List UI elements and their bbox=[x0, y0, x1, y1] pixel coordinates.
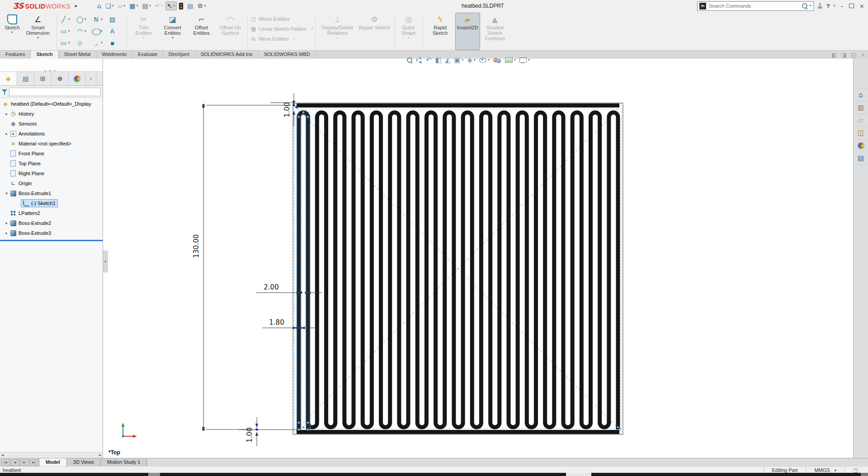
zoom-to-fit-button[interactable] bbox=[405, 56, 415, 64]
hide-show-items-button[interactable]: ▾ bbox=[477, 57, 491, 64]
bottom-tab-motion-study-1[interactable]: Motion Study 1 bbox=[100, 458, 147, 467]
status-units[interactable]: MMGS ▴ bbox=[806, 467, 844, 473]
rapid-sketch-button[interactable]: ϟRapid Sketch bbox=[425, 13, 455, 50]
smart-dimension-button[interactable]: ∠Smart Dimension▾ bbox=[22, 13, 54, 50]
tree-item-front-plane[interactable]: Front Plane bbox=[0, 149, 103, 159]
dropdown-icon[interactable]: ▾ bbox=[173, 4, 175, 8]
units-dropdown-icon[interactable]: ▴ bbox=[835, 468, 836, 472]
scroll-left-icon[interactable]: ◄ bbox=[1, 453, 4, 457]
search-scope-icon[interactable]: ≫ bbox=[699, 3, 706, 9]
dropdown-icon[interactable]: ▾ bbox=[123, 4, 125, 8]
tab-solidworks-add-ins[interactable]: SOLIDWORKS Add-Ins bbox=[195, 51, 259, 59]
login-user-icon[interactable] bbox=[817, 3, 823, 9]
tree-item-sensors[interactable]: ◉Sensors bbox=[0, 119, 103, 129]
design-library-taskpane-button[interactable]: ▥ bbox=[854, 102, 868, 114]
tab-evaluate[interactable]: Evaluate bbox=[132, 51, 163, 59]
instant2d-button[interactable]: ▰Instant2D bbox=[455, 13, 480, 50]
dropdown-icon[interactable]: ▾ bbox=[462, 58, 464, 62]
panel-tab-featuremanager-tree[interactable]: ◆ bbox=[0, 72, 17, 85]
tree-item-annotations[interactable]: ▸AAnnotations bbox=[0, 129, 103, 139]
panel-top-splitter[interactable]: ● ● ● bbox=[0, 59, 103, 72]
dropdown-icon[interactable]: ▾ bbox=[37, 36, 39, 41]
dropdown-icon[interactable]: ▾ bbox=[143, 36, 145, 41]
dropdown-icon[interactable]: ▾ bbox=[11, 31, 13, 35]
open-button[interactable]: ▱▾ bbox=[116, 1, 127, 10]
restore-document-icon[interactable]: ◱ bbox=[851, 52, 856, 58]
tab-sheet-metal[interactable]: Sheet Metal bbox=[59, 51, 97, 59]
tab-sketch[interactable]: Sketch bbox=[31, 51, 58, 59]
dropdown-icon[interactable]: ▾ bbox=[68, 41, 70, 45]
dropdown-icon[interactable]: ▾ bbox=[408, 36, 410, 41]
tag-icon[interactable]: ◳ bbox=[853, 467, 858, 473]
arc-tool[interactable]: ◠▾ bbox=[75, 28, 92, 34]
text-tool[interactable]: A bbox=[108, 28, 124, 34]
dropdown-icon[interactable]: ▾ bbox=[172, 36, 174, 41]
search-icon[interactable] bbox=[802, 3, 808, 9]
dropdown-icon[interactable]: ▾ bbox=[85, 18, 86, 21]
dropdown-icon[interactable]: ▾ bbox=[204, 4, 206, 8]
tree-item-lpattern2[interactable]: LPattern2 bbox=[0, 208, 103, 218]
tab-weldments[interactable]: Weldments bbox=[96, 51, 132, 59]
tree-item-heatbed-default-default-display[interactable]: ◆heatbed (Default<<Default>_Display bbox=[0, 99, 103, 109]
bottom-tab-3d-views[interactable]: 3D Views bbox=[66, 458, 101, 467]
zoom-to-area-button[interactable] bbox=[415, 56, 424, 64]
minimize-button[interactable]: – bbox=[839, 3, 846, 9]
dropdown-icon[interactable]: ▾ bbox=[101, 18, 103, 21]
close-button[interactable]: × bbox=[858, 3, 866, 9]
viewport-pane-right-icon[interactable]: ◨ bbox=[841, 52, 846, 58]
search-input[interactable] bbox=[708, 3, 800, 9]
tab-solidworks-mbd[interactable]: SOLIDWORKS MBD bbox=[259, 51, 316, 59]
tree-item-boss-extrude2[interactable]: ▸Boss-Extrude2 bbox=[0, 218, 103, 228]
fillet-tool[interactable]: ◞▾ bbox=[92, 40, 108, 46]
convert-entities-button[interactable]: ◪Convert Entities▾ bbox=[158, 13, 187, 50]
search-commands-box[interactable]: ≫ ▾ bbox=[697, 1, 814, 11]
view-palette-taskpane-button[interactable]: ◫ bbox=[854, 127, 868, 140]
dropdown-icon[interactable]: ▾ bbox=[336, 36, 338, 41]
panel-tab-configurationmanager[interactable]: ⊞ bbox=[34, 72, 52, 85]
tree-filter-input[interactable] bbox=[9, 88, 101, 96]
rollback-bar[interactable] bbox=[0, 240, 103, 241]
dimension-2-00[interactable]: 2.00 bbox=[256, 283, 322, 294]
dropdown-icon[interactable]: ▾ bbox=[161, 4, 163, 8]
dropdown-icon[interactable]: ▾ bbox=[101, 41, 103, 45]
dimension-1-00-bottom[interactable]: 1.00 bbox=[239, 417, 297, 446]
previous-view-button[interactable]: ↶ bbox=[424, 56, 434, 65]
file-explorer-taskpane-button[interactable]: ▱ bbox=[854, 114, 868, 127]
dropdown-icon[interactable]: ▾ bbox=[488, 58, 490, 62]
taskbar-corner[interactable] bbox=[861, 473, 868, 476]
apply-scene-button[interactable]: ▾ bbox=[503, 56, 518, 64]
viewport-pane-left-icon[interactable]: ◧ bbox=[832, 52, 837, 58]
last-sheet-button[interactable]: ►| bbox=[29, 459, 38, 466]
expand-arrow-icon[interactable]: ▸ bbox=[4, 221, 9, 225]
tree-item-sketch1[interactable]: (-) Sketch1 bbox=[0, 198, 103, 208]
close-document-icon[interactable]: × bbox=[861, 52, 865, 58]
previous-sheet-button[interactable]: ◄ bbox=[10, 459, 19, 466]
next-sheet-button[interactable]: ► bbox=[20, 459, 29, 466]
menu-flyout-icon[interactable]: ▸ bbox=[75, 4, 77, 8]
corner-rectangle-tool[interactable]: ▭▾ bbox=[59, 28, 75, 34]
expand-arrow-icon[interactable]: ▸ bbox=[4, 112, 9, 116]
ellipse-tool[interactable]: ◯▾ bbox=[92, 28, 108, 34]
scroll-right-icon[interactable]: ► bbox=[99, 453, 102, 457]
polygon-tool[interactable]: ◇ bbox=[75, 40, 92, 46]
dropdown-icon[interactable]: ▾ bbox=[137, 4, 138, 8]
spline-tool[interactable]: N▾ bbox=[92, 16, 108, 23]
dynamic-annotation-views-button[interactable]: ◭ bbox=[443, 56, 453, 65]
edit-appearance-button[interactable] bbox=[491, 56, 503, 64]
expand-arrow-icon[interactable]: ▸ bbox=[4, 132, 9, 136]
panel-tab-expand-pane[interactable]: › bbox=[86, 72, 96, 85]
sketch-button[interactable]: Sketch▾ bbox=[3, 13, 22, 50]
custom-properties-taskpane-button[interactable]: ▤ bbox=[854, 152, 868, 165]
panel-scrollbar[interactable]: ◄ ► bbox=[0, 452, 103, 458]
tree-item-material-not-specified[interactable]: ≡Material <not specified> bbox=[0, 139, 103, 149]
circle-tool[interactable]: ◯▾ bbox=[75, 16, 92, 23]
straight-slot-tool[interactable]: ▭▾ bbox=[59, 40, 75, 46]
help-dropdown-icon[interactable]: ▾ bbox=[834, 4, 835, 8]
display-style-button[interactable]: ◈▾ bbox=[466, 56, 478, 65]
sketch-picture-tool[interactable]: ▨ bbox=[108, 16, 124, 23]
new-document-button[interactable]: ❏▾ bbox=[104, 1, 116, 10]
file-properties-button[interactable]: ▤ bbox=[185, 1, 195, 10]
heatbed-sketch[interactable] bbox=[202, 103, 623, 434]
dimension-130[interactable]: 130.00 bbox=[192, 103, 291, 431]
xpert-tools-button[interactable] bbox=[177, 1, 185, 11]
